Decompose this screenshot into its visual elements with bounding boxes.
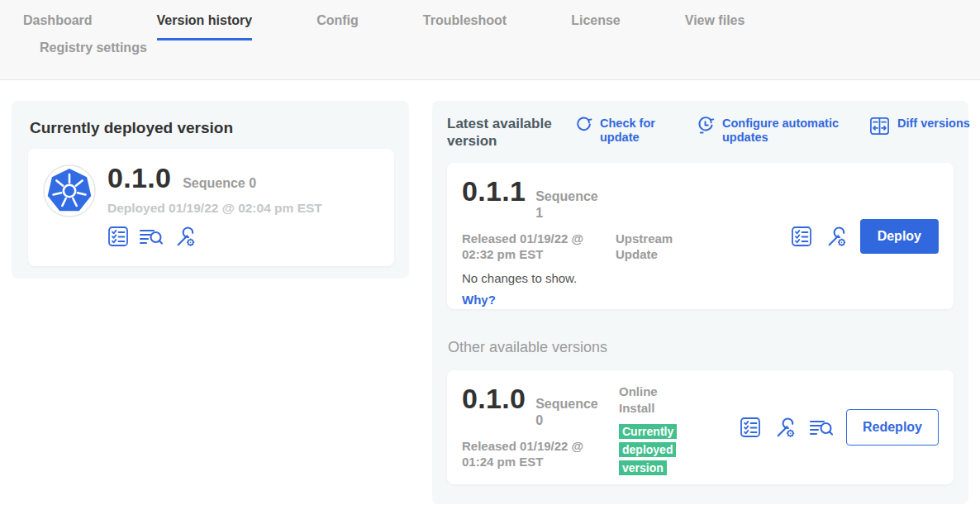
no-changes-note: No changes to show.	[462, 271, 708, 285]
other-source-label: Online Install	[619, 384, 695, 416]
latest-version-actions: Deploy	[791, 219, 939, 254]
diff-versions-link[interactable]: Diff versions	[869, 116, 970, 136]
check-for-update-link[interactable]: Check for update	[574, 116, 663, 145]
other-version-actions: Redeploy	[740, 409, 939, 446]
why-link[interactable]: Why?	[462, 293, 496, 307]
other-version-number: 0.1.0	[462, 384, 526, 414]
nav-primary-row: Dashboard Version history Config Trouble…	[0, 0, 980, 41]
latest-version-card: 0.1.1 Sequence 1 Released 01/19/22 @ 02:…	[447, 163, 954, 309]
tab-registry-settings[interactable]: Registry settings	[40, 41, 147, 64]
deployed-version-info: 0.1.0 Sequence 0 Deployed 01/19/22 @ 02:…	[107, 161, 322, 254]
release-notes-icon[interactable]	[139, 226, 164, 246]
deployed-timestamp: Deployed 01/19/22 @ 02:04 pm EST	[107, 201, 322, 216]
tab-license[interactable]: License	[571, 13, 621, 38]
latest-sequence-label: Sequence 1	[535, 188, 590, 220]
release-notes-icon[interactable]	[809, 417, 834, 437]
latest-version-number: 0.1.1	[462, 176, 526, 207]
refresh-icon	[574, 116, 592, 134]
other-version-source-column: Online Install Currently deployed versio…	[619, 384, 695, 471]
preflight-checklist-icon[interactable]	[791, 226, 812, 247]
currently-deployed-title: Currently deployed version	[30, 119, 394, 137]
nav-secondary-row: Registry settings	[0, 41, 980, 64]
other-released-timestamp: Released 01/19/22 @ 01:24 pm EST	[462, 438, 604, 470]
kubernetes-logo-icon	[43, 164, 96, 217]
preflight-checklist-icon[interactable]	[740, 417, 761, 438]
tab-view-files[interactable]: View files	[685, 13, 745, 38]
latest-version-info: 0.1.1 Sequence 1 Released 01/19/22 @ 02:…	[462, 176, 708, 296]
configure-automatic-updates-link[interactable]: Configure automatic updates	[696, 116, 848, 145]
other-version-info: 0.1.0 Sequence 0 Released 01/19/22 @ 01:…	[462, 384, 619, 471]
config-icon[interactable]	[174, 225, 197, 248]
other-versions-heading: Other available versions	[448, 339, 954, 356]
tab-config[interactable]: Config	[316, 13, 359, 38]
deploy-button[interactable]: Deploy	[860, 219, 939, 254]
currently-deployed-card: Currently deployed version 0.1.0 Sequenc…	[12, 101, 409, 279]
tab-troubleshoot[interactable]: Troubleshoot	[423, 13, 507, 38]
latest-released-timestamp: Released 01/19/22 @ 02:32 pm EST	[462, 231, 604, 263]
latest-source-label: Upstream Update	[616, 231, 708, 263]
redeploy-button[interactable]: Redeploy	[846, 409, 939, 446]
schedule-update-icon	[696, 116, 715, 135]
app-nav: Dashboard Version history Config Trouble…	[0, 0, 980, 80]
config-icon[interactable]	[825, 225, 848, 248]
currently-deployed-badge: Currently deployed version	[619, 424, 677, 474]
latest-available-title: Latest available version	[447, 116, 561, 150]
configure-automatic-updates-label: Configure automatic updates	[722, 117, 848, 145]
tab-version-history[interactable]: Version history	[157, 13, 253, 41]
config-icon[interactable]	[773, 416, 797, 439]
panel-header: Latest available version Check for updat…	[447, 116, 954, 150]
tab-dashboard[interactable]: Dashboard	[23, 13, 93, 38]
other-version-card: 0.1.0 Sequence 0 Released 01/19/22 @ 01:…	[447, 370, 954, 484]
other-sequence-label: Sequence 0	[535, 396, 590, 427]
deployed-version-row: 0.1.0 Sequence 0 Deployed 01/19/22 @ 02:…	[28, 149, 394, 266]
check-for-update-label: Check for update	[600, 117, 663, 145]
diff-icon	[869, 116, 890, 136]
deployed-version-number: 0.1.0	[107, 163, 171, 193]
available-versions-panel: Latest available version Check for updat…	[432, 101, 968, 504]
diff-versions-label: Diff versions	[897, 117, 970, 131]
deployed-sequence-label: Sequence 0	[183, 175, 256, 191]
preflight-checklist-icon[interactable]	[107, 226, 129, 247]
